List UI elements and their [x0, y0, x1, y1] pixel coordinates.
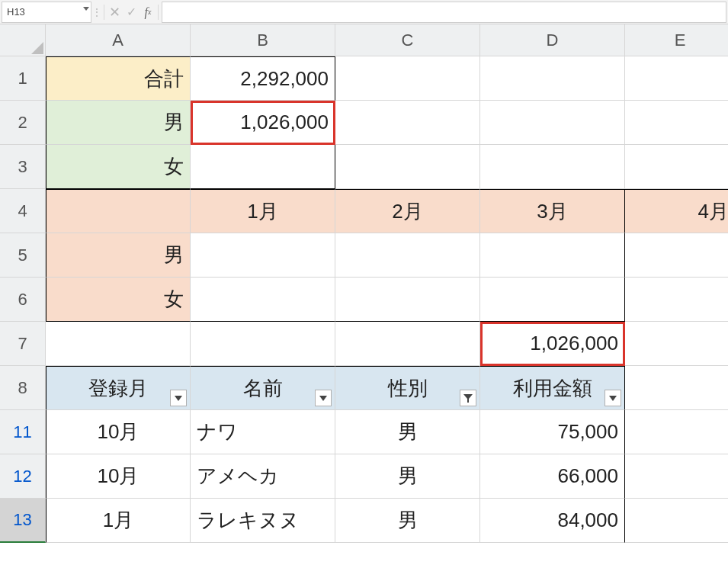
cell-E13[interactable]: [625, 499, 728, 543]
separator: [158, 5, 159, 20]
cell-B3[interactable]: [191, 145, 335, 189]
cell-C5[interactable]: [335, 233, 480, 278]
dropdown-icon: [175, 396, 182, 401]
table-header-label: 利用金額: [513, 375, 592, 402]
col-header-D[interactable]: D: [480, 24, 625, 56]
row-header[interactable]: 2: [0, 101, 46, 145]
table-header-label: 登録月: [88, 375, 148, 402]
table-cell[interactable]: 男: [335, 454, 480, 499]
separator: [104, 5, 104, 20]
cell-B5[interactable]: [191, 233, 335, 278]
row-header[interactable]: 13: [0, 499, 46, 543]
cell-A5[interactable]: 男: [46, 233, 191, 278]
select-all-corner[interactable]: [0, 24, 46, 56]
filter-button[interactable]: [170, 390, 187, 406]
table-cell[interactable]: 75,000: [480, 410, 625, 454]
cell-E1[interactable]: [625, 56, 728, 101]
cell-C3[interactable]: [335, 145, 480, 189]
cell-E5[interactable]: [625, 233, 728, 278]
filter-button-active[interactable]: [460, 390, 476, 406]
cell-C2[interactable]: [335, 101, 480, 145]
table-cell[interactable]: アメヘカ: [191, 454, 335, 499]
name-box-dropdown-icon[interactable]: [83, 7, 89, 11]
dropdown-icon: [609, 396, 617, 401]
cell-E7[interactable]: [625, 322, 728, 366]
table-cell[interactable]: 10月: [46, 410, 191, 454]
cell-D2[interactable]: [480, 101, 625, 145]
cell-D4[interactable]: 3月: [480, 189, 625, 233]
fx-icon[interactable]: fx: [140, 2, 156, 23]
row-header[interactable]: 8: [0, 366, 46, 410]
table-cell[interactable]: ナワ: [191, 410, 335, 454]
cell-D5[interactable]: [480, 233, 625, 278]
row-header[interactable]: 3: [0, 145, 46, 189]
table-header-amount[interactable]: 利用金額: [480, 366, 625, 410]
enter-icon[interactable]: ✓: [123, 2, 140, 23]
table-cell[interactable]: 10月: [46, 454, 191, 499]
cell-E3[interactable]: [625, 145, 728, 189]
cell-E2[interactable]: [625, 101, 728, 145]
row-header[interactable]: 4: [0, 189, 46, 233]
cell-E11[interactable]: [625, 410, 728, 454]
col-header-B[interactable]: B: [191, 24, 335, 56]
table-cell[interactable]: 1月: [46, 499, 191, 543]
cell-B1[interactable]: 2,292,000: [191, 56, 335, 101]
cell-E12[interactable]: [625, 454, 728, 499]
table-header-label: 性別: [388, 375, 428, 402]
cell-C7[interactable]: [335, 322, 480, 366]
formula-bar: H13 ⋮ ✕ ✓ fx: [0, 0, 728, 24]
cell-A2[interactable]: 男: [46, 101, 191, 145]
cell-A3[interactable]: 女: [46, 145, 191, 189]
cell-D3[interactable]: [480, 145, 625, 189]
cell-E8[interactable]: [625, 366, 728, 410]
cell-A1[interactable]: 合計: [46, 56, 191, 101]
cell-C4[interactable]: 2月: [335, 189, 480, 233]
row-header[interactable]: 6: [0, 278, 46, 322]
cell-B2[interactable]: 1,026,000: [191, 101, 335, 145]
table-cell[interactable]: 66,000: [480, 454, 625, 499]
col-header-E[interactable]: E: [625, 24, 728, 56]
svg-marker-1: [463, 394, 473, 403]
cell-A6[interactable]: 女: [46, 278, 191, 322]
table-cell[interactable]: 男: [335, 499, 480, 543]
filter-button[interactable]: [605, 390, 621, 406]
cell-A4[interactable]: [46, 189, 191, 233]
cancel-icon[interactable]: ✕: [106, 2, 123, 23]
cell-B6[interactable]: [191, 278, 335, 322]
table-header-month[interactable]: 登録月: [46, 366, 191, 410]
dropdown-icon: [319, 396, 327, 401]
cell-C1[interactable]: [335, 56, 480, 101]
cell-B4[interactable]: 1月: [191, 189, 335, 233]
col-header-C[interactable]: C: [335, 24, 480, 56]
table-header-name[interactable]: 名前: [191, 366, 335, 410]
table-cell[interactable]: ラレキヌヌ: [191, 499, 335, 543]
cell-A7[interactable]: [46, 322, 191, 366]
spreadsheet-grid[interactable]: A B C D E 1 合計 2,292,000 2 男 1,026,000 3…: [0, 24, 728, 543]
cell-reference: H13: [7, 6, 25, 18]
table-cell[interactable]: 男: [335, 410, 480, 454]
table-cell[interactable]: 84,000: [480, 499, 625, 543]
handle-icon: ⋮: [91, 6, 103, 18]
cell-D1[interactable]: [480, 56, 625, 101]
cell-E6[interactable]: [625, 278, 728, 322]
cell-E4[interactable]: 4月: [625, 189, 728, 233]
filter-active-icon: [463, 393, 473, 403]
cell-C6[interactable]: [335, 278, 480, 322]
cell-D6[interactable]: [480, 278, 625, 322]
name-box[interactable]: H13: [2, 2, 91, 23]
table-header-label: 名前: [243, 375, 283, 402]
col-header-A[interactable]: A: [46, 24, 191, 56]
cell-D7[interactable]: 1,026,000: [480, 322, 625, 366]
row-header[interactable]: 11: [0, 410, 46, 454]
formula-input[interactable]: [162, 2, 726, 23]
cell-B7[interactable]: [191, 322, 335, 366]
row-header[interactable]: 7: [0, 322, 46, 366]
row-header[interactable]: 1: [0, 56, 46, 101]
table-header-gender[interactable]: 性別: [335, 366, 480, 410]
filter-button[interactable]: [315, 390, 332, 406]
row-header[interactable]: 5: [0, 233, 46, 278]
svg-marker-0: [31, 42, 43, 54]
row-header[interactable]: 12: [0, 454, 46, 499]
